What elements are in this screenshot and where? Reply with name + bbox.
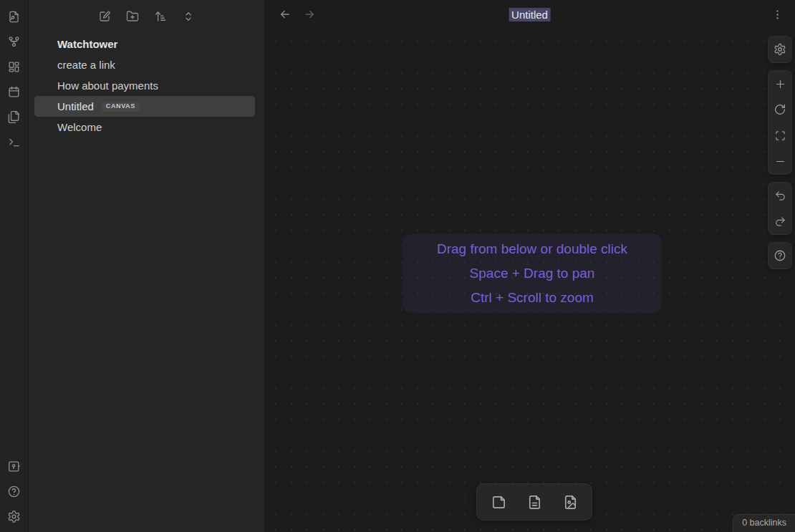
file-search-icon	[7, 10, 21, 24]
ribbon-top-group	[6, 9, 22, 150]
redo-icon	[774, 216, 786, 228]
help-icon	[774, 249, 786, 262]
undo-button[interactable]	[768, 183, 791, 208]
daily-note-button[interactable]	[6, 84, 22, 100]
file-explorer: Watchtower create a link How about payme…	[29, 0, 264, 532]
canvas-settings-group	[768, 36, 792, 63]
file-list: Watchtower create a link How about payme…	[29, 32, 264, 139]
hint-line: Ctrl + Scroll to zoom	[471, 286, 594, 310]
help-icon	[7, 485, 21, 498]
drag-note-icon	[526, 494, 543, 511]
drag-media-button[interactable]	[555, 490, 585, 514]
zoom-out-button[interactable]	[768, 148, 791, 174]
graph-icon	[7, 35, 21, 49]
sort-order-button[interactable]	[153, 9, 168, 24]
hint-line: Drag from below or double click	[437, 237, 627, 261]
ribbon-help-button[interactable]	[6, 483, 22, 499]
zoom-controls-group	[768, 70, 792, 175]
daily-note-calendar-icon	[7, 85, 21, 99]
templates-files-icon	[7, 110, 21, 124]
more-options-button[interactable]	[769, 6, 785, 22]
new-folder-button[interactable]	[125, 9, 140, 24]
arrow-right-icon	[303, 8, 316, 21]
file-name: Welcome	[57, 121, 102, 133]
file-row-welcome[interactable]: Welcome	[34, 117, 255, 137]
drag-card-button[interactable]	[483, 490, 514, 514]
ribbon-settings-button[interactable]	[6, 508, 22, 524]
minus-icon	[774, 155, 786, 168]
terminal-icon	[7, 135, 21, 149]
view-header: Untitled	[264, 0, 795, 29]
explorer-toolbar	[29, 0, 264, 32]
backlinks-count-label: 0 backlinks	[742, 518, 786, 528]
zoom-to-fit-button[interactable]	[768, 122, 791, 148]
view-title[interactable]: Untitled	[509, 9, 551, 21]
graph-view-button[interactable]	[6, 34, 22, 49]
history-controls-group	[768, 182, 792, 235]
file-row-untitled-canvas[interactable]: Untitled CANVAS	[34, 96, 255, 117]
navigate-forward-button[interactable]	[302, 6, 317, 22]
new-folder-icon	[126, 10, 139, 23]
help-group	[768, 242, 792, 269]
arrow-left-icon	[279, 8, 292, 21]
canvas-controls	[768, 36, 792, 269]
file-name: How about payments	[57, 79, 158, 92]
file-row-watchtower[interactable]: Watchtower	[34, 34, 255, 54]
settings-gear-icon	[774, 43, 786, 56]
new-note-button[interactable]	[97, 9, 112, 24]
file-name: Untitled	[57, 100, 94, 112]
canvas-icon	[7, 60, 21, 74]
redo-button[interactable]	[768, 208, 791, 234]
drag-card-icon	[491, 494, 507, 511]
drag-media-icon	[562, 494, 579, 511]
view-title-text: Untitled	[509, 8, 551, 21]
new-canvas-button[interactable]	[6, 59, 22, 74]
vault-icon	[7, 460, 21, 473]
zoom-to-fit-icon	[774, 130, 786, 142]
card-toolbar	[476, 483, 592, 521]
folder-name: Watchtower	[57, 38, 117, 50]
sort-order-icon	[154, 10, 167, 23]
backlinks-status[interactable]: 0 backlinks	[733, 514, 795, 532]
ellipsis-vertical-icon	[771, 9, 784, 21]
terminal-button[interactable]	[6, 134, 22, 150]
canvas-settings-button[interactable]	[768, 37, 791, 62]
undo-icon	[774, 190, 786, 202]
ribbon-bottom-group	[6, 458, 22, 524]
file-row-create-a-link[interactable]: create a link	[34, 54, 255, 75]
quick-switcher-button[interactable]	[6, 9, 22, 24]
settings-gear-icon	[7, 510, 21, 523]
navigate-back-button[interactable]	[277, 6, 293, 22]
collapse-all-icon	[182, 10, 195, 23]
plus-icon	[774, 78, 786, 90]
zoom-in-button[interactable]	[768, 71, 791, 97]
drag-note-button[interactable]	[519, 490, 549, 514]
canvas-help-button[interactable]	[768, 243, 791, 269]
app-window: Watchtower create a link How about payme…	[0, 0, 795, 532]
ribbon	[0, 0, 29, 532]
templates-button[interactable]	[6, 109, 22, 125]
file-row-how-about-payments[interactable]: How about payments	[34, 75, 255, 96]
reset-zoom-button[interactable]	[768, 97, 791, 122]
canvas-badge: CANVAS	[102, 102, 140, 112]
new-note-icon	[98, 10, 111, 23]
vault-switcher-button[interactable]	[6, 458, 22, 474]
history-nav	[277, 6, 317, 22]
reset-zoom-icon	[774, 103, 786, 116]
canvas-view[interactable]: Untitled Drag from below or double click…	[264, 0, 795, 532]
collapse-all-button[interactable]	[180, 9, 196, 24]
canvas-empty-hint: Drag from below or double click Space + …	[403, 234, 662, 313]
file-name: create a link	[57, 59, 115, 71]
hint-line: Space + Drag to pan	[470, 261, 595, 286]
